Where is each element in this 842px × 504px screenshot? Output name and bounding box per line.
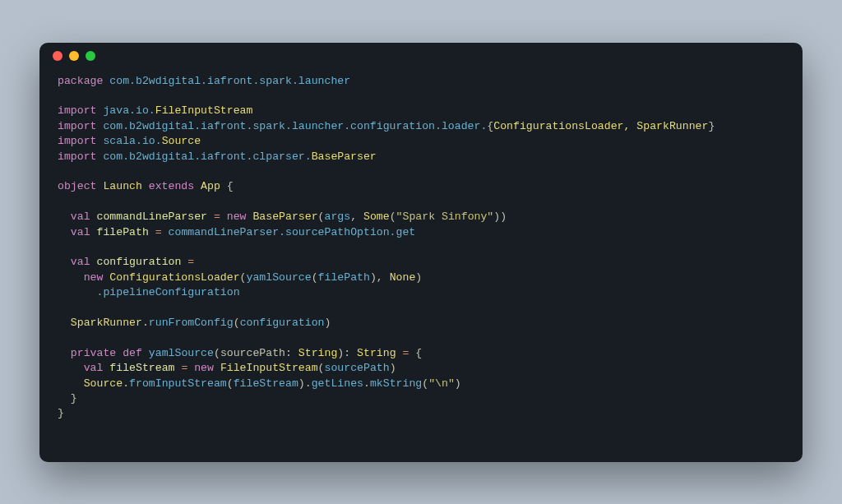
- none-literal: None: [390, 271, 416, 284]
- operator: =: [187, 256, 194, 268]
- punctuation: }: [708, 120, 715, 132]
- keyword: import: [58, 104, 96, 117]
- function-call: getLines: [312, 377, 363, 390]
- keyword: new: [84, 271, 110, 284]
- punctuation: (: [312, 271, 318, 284]
- operator: =: [396, 347, 416, 359]
- indent: [58, 271, 84, 284]
- return-type: String: [357, 347, 396, 359]
- type-name: BaseParser: [312, 150, 377, 163]
- keyword: val: [71, 256, 90, 268]
- punctuation: ,: [350, 210, 363, 223]
- punctuation: (: [318, 362, 325, 374]
- punctuation: ).: [298, 377, 312, 390]
- keyword: val: [71, 210, 90, 223]
- punctuation: )): [493, 210, 507, 223]
- keyword: val: [84, 362, 104, 374]
- indent: [58, 286, 96, 298]
- type-name: Some: [363, 210, 390, 223]
- keyword: object: [58, 180, 96, 192]
- punctuation: ): [390, 362, 396, 374]
- punctuation: (: [390, 210, 396, 223]
- punctuation: {: [415, 347, 422, 359]
- punctuation: ):: [337, 347, 357, 359]
- function-call: yamlSource: [247, 271, 312, 284]
- type-name: FileInputStream: [155, 104, 253, 117]
- type-name: ConfigurationsLoader, SparkRunner: [493, 120, 708, 132]
- keyword: val: [71, 226, 90, 238]
- operator: =: [155, 226, 162, 238]
- import-path: scala.io.: [96, 135, 161, 147]
- punctuation: ),: [370, 271, 390, 284]
- keyword: def: [116, 347, 149, 359]
- string-literal: "Spark Sinfony": [396, 210, 494, 223]
- keyword: private: [71, 347, 116, 359]
- punctuation: (: [422, 377, 428, 390]
- punctuation: (: [234, 317, 240, 329]
- keyword: new: [220, 210, 253, 223]
- punctuation: (: [240, 271, 247, 284]
- function-call: fromInputStream: [129, 377, 227, 390]
- punctuation: (: [214, 347, 220, 359]
- import-path: com.b2wdigital.iafront.clparser.: [96, 150, 311, 163]
- type-name: SparkRunner: [71, 317, 142, 329]
- type-name: ConfigurationsLoader: [109, 271, 239, 284]
- type-name: BaseParser: [252, 210, 317, 223]
- punctuation: ): [415, 271, 422, 284]
- variable: filePath: [90, 226, 155, 238]
- window-titlebar: [39, 43, 803, 69]
- close-icon[interactable]: [53, 51, 62, 61]
- keyword: import: [58, 150, 96, 163]
- code-content: package com.b2wdigital.iafront.spark.lau…: [39, 69, 803, 440]
- operator: =: [214, 210, 220, 223]
- punctuation: (: [318, 210, 325, 223]
- indent: [58, 256, 71, 268]
- type-name: Source: [162, 135, 201, 147]
- code-window: package com.b2wdigital.iafront.spark.lau…: [39, 43, 803, 462]
- indent: [58, 317, 71, 329]
- string-literal: "\n": [428, 377, 455, 390]
- keyword: extends: [149, 180, 194, 192]
- type-name: FileInputStream: [220, 362, 318, 374]
- punctuation: (: [227, 377, 234, 390]
- argument: configuration: [240, 317, 325, 329]
- indent: [58, 210, 71, 223]
- indent: [58, 362, 84, 374]
- punctuation: .: [123, 377, 129, 390]
- punctuation: }: [71, 392, 77, 405]
- punctuation: :: [285, 347, 298, 359]
- variable: commandLineParser: [90, 210, 214, 223]
- indent: [58, 377, 84, 390]
- argument: fileStream: [234, 377, 298, 390]
- function-name: yamlSource: [149, 347, 214, 359]
- maximize-icon[interactable]: [86, 51, 95, 61]
- keyword: package: [58, 75, 103, 87]
- function-call: runFromConfig: [149, 317, 234, 329]
- type-name: Source: [84, 377, 123, 390]
- variable: configuration: [90, 256, 188, 268]
- expression: commandLineParser.sourcePathOption.get: [162, 226, 416, 238]
- keyword: import: [58, 120, 96, 132]
- type-name: App: [194, 180, 227, 192]
- method-chain: .pipelineConfiguration: [96, 286, 239, 298]
- function-call: mkString: [370, 377, 422, 390]
- argument: args: [325, 210, 351, 223]
- keyword: import: [58, 135, 96, 147]
- import-path: com.b2wdigital.iafront.spark.launcher.co…: [96, 120, 487, 132]
- object-name: Launch: [96, 180, 148, 192]
- minimize-icon[interactable]: [69, 51, 79, 61]
- punctuation: ): [455, 377, 461, 390]
- param-type: String: [298, 347, 337, 359]
- punctuation: ): [325, 317, 331, 329]
- punctuation: .: [363, 377, 370, 390]
- punctuation: }: [58, 407, 64, 419]
- parameter: sourcePath: [220, 347, 285, 359]
- punctuation: {: [227, 180, 234, 192]
- indent: [58, 392, 71, 405]
- import-path: java.io.: [96, 104, 155, 117]
- indent: [58, 347, 71, 359]
- package-path: com.b2wdigital.iafront.spark.launcher: [103, 75, 350, 87]
- argument: filePath: [318, 271, 370, 284]
- variable: fileStream: [103, 362, 181, 374]
- indent: [58, 226, 71, 238]
